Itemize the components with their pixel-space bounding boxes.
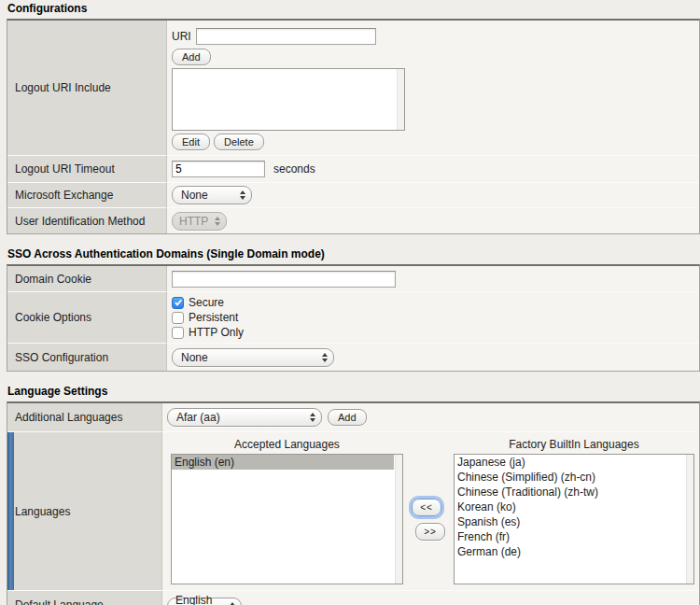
user-identification-method-select: HTTP: [172, 212, 227, 231]
row-label-cookie-options: Cookie Options: [7, 292, 167, 344]
section-title-language-settings: Language Settings: [7, 385, 700, 399]
row-cookie-options: Cookie Options Secure Persistent: [7, 292, 699, 344]
list-item[interactable]: Chinese (Simplified) (zh-cn): [455, 470, 685, 485]
section-title-sso: SSO Across Authentication Domains (Singl…: [7, 247, 700, 261]
secure-checkbox-label: Secure: [189, 296, 224, 309]
list-item[interactable]: French (fr): [455, 529, 685, 544]
secure-checkbox[interactable]: [172, 297, 184, 309]
move-buttons: << >>: [412, 454, 445, 584]
section-title-configurations: Configurations: [7, 2, 700, 16]
uri-input[interactable]: [196, 28, 376, 45]
default-language-select[interactable]: English (en): [167, 598, 242, 605]
select-arrows-icon: [215, 217, 220, 226]
row-user-identification-method: User Identification Method HTTP: [7, 208, 699, 233]
sso-configuration-select[interactable]: None: [172, 348, 334, 367]
move-right-button[interactable]: >>: [415, 523, 445, 541]
add-uri-button[interactable]: Add: [172, 49, 211, 65]
logout-uri-listbox[interactable]: [172, 68, 405, 131]
list-item[interactable]: Japanese (ja): [455, 455, 685, 470]
scrollbar[interactable]: [686, 455, 693, 584]
configurations-table: Logout URI Include URI Add Edit Delete: [7, 19, 700, 234]
accepted-languages-listbox[interactable]: English (en): [171, 454, 403, 584]
row-label-default-language: Default Language: [7, 591, 162, 605]
languages-label: Languages: [15, 505, 70, 518]
row-label-languages: Languages: [7, 432, 162, 591]
uri-label: URI: [172, 30, 191, 43]
scrollbar[interactable]: [395, 455, 402, 584]
persistent-checkbox[interactable]: [172, 312, 184, 324]
row-label-additional-languages: Additional Languages: [7, 403, 162, 432]
section-configurations: Configurations Logout URI Include URI Ad…: [0, 2, 700, 234]
domain-cookie-input[interactable]: [172, 271, 396, 288]
sso-table: Domain Cookie Cookie Options Secure: [7, 264, 700, 372]
list-item[interactable]: Chinese (Traditional) (zh-tw): [455, 485, 685, 499]
row-label-user-identification-method: User Identification Method: [7, 208, 167, 233]
add-language-button[interactable]: Add: [328, 409, 367, 426]
row-label-logout-uri-include: Logout URI Include: [7, 21, 167, 156]
http-only-checkbox-label: HTTP Only: [189, 326, 244, 339]
row-languages: Languages Accepted Languages English (en…: [7, 432, 699, 591]
row-logout-uri-include: Logout URI Include URI Add Edit Delete: [7, 21, 699, 156]
move-left-button[interactable]: <<: [412, 499, 441, 516]
edit-uri-button[interactable]: Edit: [172, 134, 210, 150]
select-arrows-icon: [240, 190, 245, 200]
row-label-microsoft-exchange: Microsoft Exchange: [7, 183, 167, 208]
selected-value: None: [181, 189, 208, 202]
language-settings-table: Additional Languages Afar (aa) Add Langu…: [7, 401, 700, 605]
accepted-languages-group: Accepted Languages English (en): [171, 438, 403, 584]
selected-value: None: [181, 351, 208, 364]
scrollbar[interactable]: [397, 69, 404, 130]
additional-languages-select[interactable]: Afar (aa): [167, 408, 322, 427]
http-only-checkbox[interactable]: [172, 327, 184, 339]
factory-languages-group: Factory BuiltIn Languages Japanese (ja) …: [454, 438, 694, 584]
row-default-language: Default Language English (en): [7, 591, 699, 605]
microsoft-exchange-select[interactable]: None: [172, 186, 252, 204]
row-label-sso-configuration: SSO Configuration: [7, 344, 167, 371]
list-item[interactable]: Spanish (es): [455, 514, 685, 529]
checkmark-icon: [174, 298, 183, 307]
page: { "colors": { "changed_field_bar": "#3f6…: [0, 0, 700, 605]
delete-uri-button[interactable]: Delete: [214, 134, 264, 150]
list-item[interactable]: German (de): [455, 544, 685, 559]
logout-uri-timeout-input[interactable]: [172, 161, 265, 177]
select-arrows-icon: [310, 413, 315, 422]
persistent-checkbox-label: Persistent: [189, 311, 238, 324]
list-item[interactable]: Korean (ko): [455, 499, 685, 514]
selected-value: English (en): [175, 594, 226, 605]
section-language-settings: Language Settings Additional Languages A…: [0, 385, 700, 605]
factory-languages-header: Factory BuiltIn Languages: [454, 438, 694, 454]
factory-languages-listbox[interactable]: Japanese (ja) Chinese (Simplified) (zh-c…: [454, 454, 694, 584]
row-logout-uri-timeout: Logout URI Timeout seconds: [7, 156, 699, 183]
row-domain-cookie: Domain Cookie: [7, 266, 699, 292]
row-label-logout-uri-timeout: Logout URI Timeout: [7, 156, 167, 183]
timeout-units-label: seconds: [273, 162, 315, 176]
selected-value: HTTP: [179, 215, 208, 228]
row-microsoft-exchange: Microsoft Exchange None: [7, 183, 699, 208]
accepted-languages-header: Accepted Languages: [171, 438, 403, 454]
select-arrows-icon: [322, 353, 328, 362]
list-item[interactable]: English (en): [172, 455, 394, 470]
row-additional-languages: Additional Languages Afar (aa) Add: [7, 403, 699, 432]
section-sso: SSO Across Authentication Domains (Singl…: [0, 247, 700, 372]
row-label-domain-cookie: Domain Cookie: [7, 266, 167, 292]
row-sso-configuration: SSO Configuration None: [7, 344, 699, 371]
selected-value: Afar (aa): [176, 411, 220, 424]
